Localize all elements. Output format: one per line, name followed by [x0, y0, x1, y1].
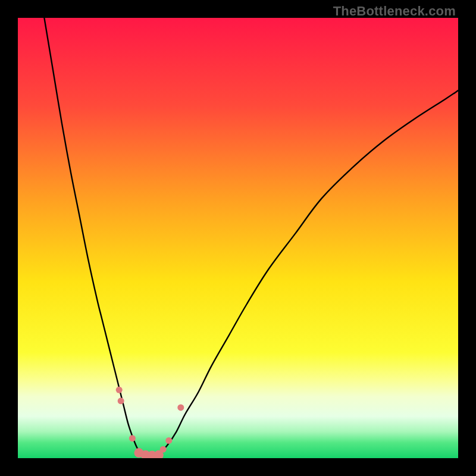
- plot-area: [18, 18, 458, 458]
- data-point: [116, 387, 123, 393]
- chart-svg: [18, 18, 458, 458]
- watermark-text: TheBottleneck.com: [333, 4, 456, 19]
- data-point: [160, 446, 167, 453]
- data-point: [129, 435, 136, 441]
- data-point: [177, 404, 184, 411]
- chart-container: TheBottleneck.com: [0, 0, 476, 476]
- data-point: [165, 437, 172, 444]
- data-point: [118, 397, 124, 404]
